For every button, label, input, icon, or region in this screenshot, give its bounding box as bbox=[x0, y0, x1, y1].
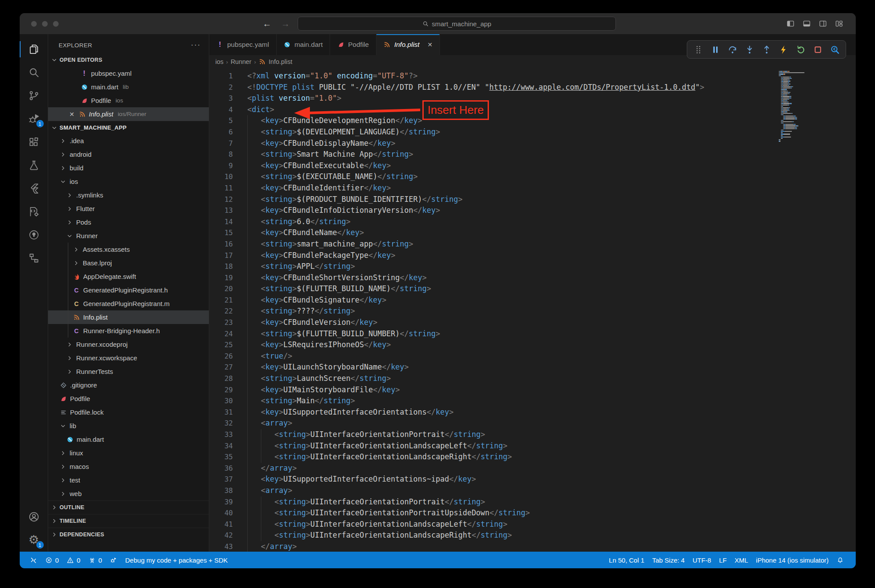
breadcrumb-item[interactable]: Runner bbox=[231, 58, 252, 65]
activity-flutter-icon[interactable] bbox=[20, 177, 48, 200]
section-outline[interactable]: OUTLINE bbox=[48, 500, 209, 514]
status-item[interactable]: Debug my code + packages + SDK bbox=[121, 552, 232, 568]
status-item[interactable]: Ln 50, Col 1 bbox=[605, 552, 648, 568]
activity-explorer-icon[interactable] bbox=[20, 38, 48, 61]
status-item-warning[interactable]: 0 bbox=[63, 552, 84, 568]
minimap-line bbox=[779, 81, 832, 81]
step-over-icon[interactable] bbox=[726, 43, 739, 56]
breadcrumb-item[interactable]: ios bbox=[215, 58, 224, 65]
tab-podfile[interactable]: Podfile bbox=[330, 34, 376, 55]
status-item[interactable]: Tab Size: 4 bbox=[648, 552, 689, 568]
tree-item[interactable]: ios bbox=[48, 175, 209, 188]
activity-source-control-icon[interactable] bbox=[20, 84, 48, 107]
code-editor[interactable]: 1<?xml version="1.0" encoding="UTF-8"?>2… bbox=[209, 68, 856, 552]
tree-item[interactable]: Podfile bbox=[48, 392, 209, 405]
tree-item[interactable]: web bbox=[48, 487, 209, 500]
minimap[interactable] bbox=[779, 71, 832, 142]
step-out-icon[interactable] bbox=[760, 43, 773, 56]
tree-item[interactable]: Pods bbox=[48, 215, 209, 229]
nav-forward-button[interactable]: → bbox=[281, 19, 290, 29]
status-item-debug-alt[interactable] bbox=[106, 552, 121, 568]
status-item-remote[interactable] bbox=[26, 552, 41, 568]
stop-icon[interactable] bbox=[811, 43, 824, 56]
tree-item[interactable]: macos bbox=[48, 460, 209, 473]
close-icon[interactable]: ✕ bbox=[68, 111, 75, 118]
activity-extensions-icon[interactable] bbox=[20, 130, 48, 154]
open-editor-item[interactable]: ✕Info.plistios/Runner bbox=[48, 107, 209, 121]
activity-account-icon[interactable] bbox=[20, 505, 48, 528]
open-editors-header[interactable]: OPEN EDITORS bbox=[48, 53, 209, 67]
tree-item[interactable]: Runner bbox=[48, 229, 209, 243]
open-editor-item[interactable]: Podfileios bbox=[48, 94, 209, 107]
tree-item[interactable]: Info.plist bbox=[48, 310, 209, 324]
section-timeline[interactable]: TIMELINE bbox=[48, 514, 209, 528]
tree-item[interactable]: CGeneratedPluginRegistrant.h bbox=[48, 283, 209, 297]
toggle-panel-icon[interactable] bbox=[802, 19, 811, 28]
status-item[interactable]: LF bbox=[715, 552, 731, 568]
tree-item[interactable]: .gitignore bbox=[48, 378, 209, 392]
tower-icon bbox=[88, 556, 96, 564]
tree-item[interactable]: Base.lproj bbox=[48, 256, 209, 270]
tree-item-label: Runner.xcodeproj bbox=[76, 341, 128, 348]
tree-item[interactable]: Podfile.lock bbox=[48, 405, 209, 419]
tree-item[interactable]: android bbox=[48, 148, 209, 161]
status-item[interactable]: UTF-8 bbox=[689, 552, 715, 568]
tree-item[interactable]: RunnerTests bbox=[48, 365, 209, 378]
close-icon[interactable]: ✕ bbox=[427, 41, 432, 48]
tree-item[interactable]: Runner.xcworkspace bbox=[48, 351, 209, 365]
section-dependencies[interactable]: DEPENDENCIES bbox=[48, 528, 209, 541]
tree-item[interactable]: test bbox=[48, 473, 209, 487]
customize-layout-icon[interactable] bbox=[835, 19, 843, 28]
activity-run-debug-icon[interactable]: 1 bbox=[20, 107, 48, 130]
nav-back-button[interactable]: ← bbox=[263, 19, 271, 29]
minimize-window-icon[interactable] bbox=[42, 21, 48, 27]
project-section-header[interactable]: SMART_MACHINE_APP bbox=[48, 121, 209, 134]
hot-reload-icon[interactable] bbox=[777, 43, 790, 56]
pause-icon[interactable] bbox=[709, 43, 722, 56]
open-editor-item[interactable]: !pubspec.yaml bbox=[48, 67, 209, 80]
activity-testing-icon[interactable] bbox=[20, 154, 48, 177]
tree-item[interactable]: lib bbox=[48, 419, 209, 433]
status-item[interactable]: XML bbox=[731, 552, 752, 568]
tree-item[interactable]: AppDelegate.swift bbox=[48, 270, 209, 283]
toggle-left-sidebar-icon[interactable] bbox=[786, 19, 795, 28]
status-item-bell[interactable] bbox=[833, 552, 848, 568]
command-center-search[interactable]: smart_machine_app bbox=[298, 17, 616, 31]
open-editor-item[interactable]: main.dartlib bbox=[48, 80, 209, 94]
activity-search-icon[interactable] bbox=[20, 61, 48, 84]
activity-hierarchy-icon[interactable] bbox=[20, 246, 48, 270]
status-item-tower[interactable]: 0 bbox=[84, 552, 106, 568]
close-window-icon[interactable] bbox=[31, 21, 37, 27]
tree-item[interactable]: CRunner-Bridging-Header.h bbox=[48, 324, 209, 338]
tree-item[interactable]: linux bbox=[48, 446, 209, 460]
file-path: ios/Runner bbox=[118, 111, 146, 117]
activity-github-icon[interactable] bbox=[20, 223, 48, 246]
activity-project-config-icon[interactable] bbox=[20, 200, 48, 223]
line-number: 11 bbox=[209, 183, 233, 194]
status-item-error[interactable]: 0 bbox=[41, 552, 63, 568]
more-actions-icon[interactable]: ··· bbox=[191, 41, 201, 49]
tree-item[interactable]: main.dart bbox=[48, 433, 209, 446]
minimap-line bbox=[779, 92, 832, 93]
activity-settings-icon[interactable]: ⚙1 bbox=[20, 528, 48, 552]
tree-item[interactable]: build bbox=[48, 161, 209, 175]
toggle-right-sidebar-icon[interactable] bbox=[819, 19, 827, 28]
tab-info-plist[interactable]: Info.plist✕ bbox=[376, 34, 440, 55]
line-number: 4 bbox=[209, 104, 233, 116]
inspect-widget-icon[interactable] bbox=[828, 43, 841, 56]
breadcrumb-item[interactable]: Info.plist bbox=[269, 58, 292, 65]
tab-main-dart[interactable]: main.dart bbox=[277, 34, 330, 55]
tree-item[interactable]: Assets.xcassets bbox=[48, 243, 209, 256]
tree-item[interactable]: .idea bbox=[48, 134, 209, 148]
status-item[interactable]: iPhone 14 (ios simulator) bbox=[752, 552, 833, 568]
gripper-icon[interactable] bbox=[692, 43, 705, 56]
step-into-icon[interactable] bbox=[743, 43, 756, 56]
tree-item[interactable]: CGeneratedPluginRegistrant.m bbox=[48, 297, 209, 310]
tree-item[interactable]: Flutter bbox=[48, 202, 209, 215]
window-controls[interactable] bbox=[31, 21, 59, 27]
tree-item[interactable]: .symlinks bbox=[48, 188, 209, 202]
restart-icon[interactable] bbox=[794, 43, 807, 56]
tree-item[interactable]: Runner.xcodeproj bbox=[48, 338, 209, 351]
zoom-window-icon[interactable] bbox=[53, 21, 59, 27]
tab-pubspec-yaml[interactable]: !pubspec.yaml bbox=[209, 34, 277, 55]
